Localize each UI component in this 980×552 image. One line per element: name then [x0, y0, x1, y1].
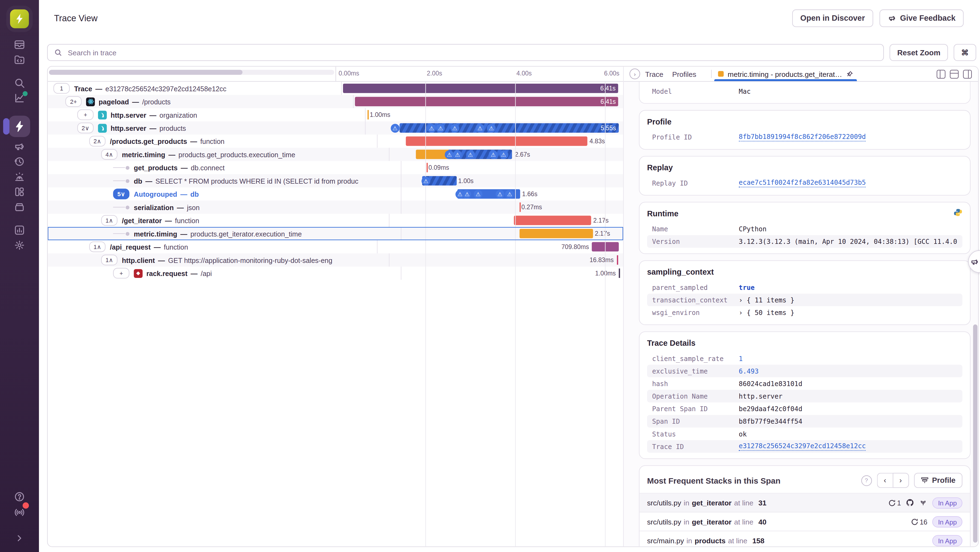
- warning-icon[interactable]: ⚠: [466, 150, 475, 159]
- span-tick[interactable]: [426, 163, 428, 172]
- span-expand-badge[interactable]: +: [77, 110, 94, 120]
- sentry-logo[interactable]: [10, 10, 29, 28]
- releases-icon[interactable]: [9, 154, 30, 169]
- span-row-http-server-products[interactable]: 2∨ http.server—products 5.55s ⚠⚠⚠⚠⚠⚠: [48, 121, 623, 134]
- span-bar[interactable]: [514, 216, 591, 225]
- stack-frame-row[interactable]: src/utils.pyinget_iteratorat line40 16 I…: [640, 512, 970, 531]
- span-row-metric-timing-get-iterator[interactable]: metric.timing—products.get_iterator.exec…: [48, 227, 623, 240]
- sidebar-collapse-icon[interactable]: [9, 531, 30, 546]
- span-children-badge[interactable]: 2∨: [77, 123, 94, 133]
- span-row-pageload[interactable]: 2+ pageload—/products 6.41s: [48, 95, 623, 108]
- span-row-get-iterator[interactable]: 1∧ /get_iterator—function 2.17s: [48, 214, 623, 227]
- warning-icon[interactable]: ⚠: [450, 123, 459, 132]
- stack-frame-row[interactable]: src/utils.pyinget_iteratorat line31 1 In…: [640, 494, 970, 512]
- warning-icon[interactable]: ⚠: [495, 190, 504, 198]
- discover-icon[interactable]: [9, 199, 30, 214]
- stats-icon[interactable]: [9, 223, 30, 238]
- prev-stack-button[interactable]: ‹: [877, 473, 892, 488]
- span-bar[interactable]: [519, 229, 593, 238]
- panel-scrollbar-thumb[interactable]: [973, 324, 978, 543]
- replay-id-link[interactable]: ecae7c51f0024f2fa82e6314045d73b5: [739, 179, 866, 187]
- span-children-badge[interactable]: 2+: [65, 96, 82, 107]
- kv-row[interactable]: wsgi_environ› { 50 items }: [647, 306, 962, 319]
- span-bar[interactable]: [592, 242, 619, 252]
- span-children-badge[interactable]: 1∧: [89, 241, 106, 252]
- tab-trace[interactable]: Trace: [645, 70, 663, 78]
- layout-sidebar-icon[interactable]: [963, 70, 972, 78]
- reset-zoom-button[interactable]: Reset Zoom: [889, 44, 948, 61]
- kv-row: Profile ID8fb7bb1891994f8c862f206e872200…: [647, 131, 962, 143]
- trace-workspace: 0.00ms 2.00s 4.00s 6.00s 1 Trace—e31278c…: [47, 66, 978, 547]
- pin-tab-icon[interactable]: [846, 70, 853, 77]
- span-row-serialization[interactable]: serialization—json 0.27ms: [48, 201, 623, 214]
- tree-horizontal-scrollbar[interactable]: [48, 67, 336, 81]
- feedback-nav-icon[interactable]: [9, 139, 30, 154]
- open-profile-button[interactable]: Profile: [914, 473, 962, 488]
- search-box[interactable]: [47, 44, 884, 61]
- python-icon: [954, 208, 962, 217]
- panel-scrollbar[interactable]: [973, 82, 978, 545]
- insights-icon[interactable]: [9, 91, 30, 105]
- kv-row[interactable]: transaction_context› { 11 items }: [647, 294, 962, 306]
- tab-profiles[interactable]: Profiles: [672, 70, 696, 78]
- span-row-http-client[interactable]: 1∧ http.client—GET https://application-m…: [48, 254, 623, 266]
- span-tick[interactable]: [368, 110, 369, 120]
- span-children-badge[interactable]: 4∧: [101, 149, 118, 160]
- warning-icon[interactable]: ⚠: [499, 150, 508, 159]
- give-feedback-button[interactable]: Give Feedback: [879, 10, 964, 27]
- autogroup-badge[interactable]: 5∨: [113, 188, 129, 199]
- span-children-badge[interactable]: 1: [53, 83, 70, 94]
- dashboards-icon[interactable]: [9, 184, 30, 199]
- details-scroll-area[interactable]: ModelMac Profile Profile ID8fb7bb1891994…: [624, 82, 978, 546]
- seer-icon[interactable]: [919, 499, 928, 507]
- scrollbar-thumb[interactable]: [49, 70, 243, 75]
- help-icon[interactable]: [9, 489, 30, 504]
- span-bar[interactable]: [406, 137, 587, 146]
- span-row-http-server-organization[interactable]: + http.server—organization 1.00ms: [48, 108, 623, 121]
- stacks-help-icon[interactable]: ?: [861, 475, 872, 485]
- warning-icon[interactable]: ⚠: [476, 123, 484, 132]
- span-row-db-connect[interactable]: get_products—db.connect 0.09ms: [48, 161, 623, 174]
- layout-rows-icon[interactable]: [950, 70, 958, 78]
- profile-id-link[interactable]: 8fb7bb1891994f8c862f206e8722009d: [739, 133, 866, 141]
- span-row-db-select[interactable]: db—SELECT * FROM products WHERE id IN (S…: [48, 174, 623, 187]
- whats-new-icon[interactable]: [9, 504, 30, 519]
- span-row-autogrouped-db[interactable]: 5∨ Autogrouped—db ⚠⚠⚠⚠⚠ 1.66s: [48, 187, 623, 201]
- span-children-badge[interactable]: 1∧: [101, 255, 118, 265]
- trace-id-link[interactable]: e31278c256524c3297e2cd12458e12cc: [739, 442, 866, 451]
- projects-icon[interactable]: [9, 52, 30, 67]
- performance-icon[interactable]: [9, 116, 30, 137]
- issues-icon[interactable]: [9, 37, 30, 52]
- collapse-panel-icon[interactable]: ›: [629, 69, 640, 79]
- span-tick[interactable]: [619, 268, 620, 278]
- settings-icon[interactable]: [9, 238, 30, 252]
- span-children-badge[interactable]: 2∧: [89, 136, 106, 146]
- open-in-discover-button[interactable]: Open in Discover: [792, 10, 873, 27]
- page-title: Trace View: [54, 13, 97, 23]
- span-row-api-request[interactable]: 1∧ /api_request—function 709.80ms: [48, 240, 623, 254]
- span-duration: 2.17s: [595, 230, 610, 236]
- warning-icon[interactable]: ⚠: [427, 123, 436, 132]
- stack-frame-row[interactable]: src/main.pyinproductsat line158 In App: [640, 531, 970, 546]
- warning-icon[interactable]: ⚠: [422, 176, 430, 185]
- warning-icon[interactable]: ⚠: [391, 123, 399, 132]
- span-row-rack-request[interactable]: + ◆ rack.request—/api 1.00ms: [48, 266, 623, 279]
- span-bar[interactable]: 6.41s: [343, 84, 618, 93]
- span-children-badge[interactable]: 1∧: [101, 215, 118, 226]
- span-expand-badge[interactable]: +: [113, 268, 129, 278]
- layout-columns-icon[interactable]: [937, 70, 945, 78]
- span-row-products-get-products[interactable]: 2∧ /products.get_products—function 4.83s: [48, 135, 623, 148]
- shortcuts-button[interactable]: ⌘: [954, 44, 976, 61]
- span-tick[interactable]: [520, 203, 521, 212]
- span-tick[interactable]: [617, 255, 618, 265]
- span-row-metric-timing-get-products[interactable]: 4∧ metric.timing—products.get_products.e…: [48, 148, 623, 161]
- github-icon[interactable]: [906, 499, 914, 507]
- tab-span-details[interactable]: metric.timing - products.get_iterat…: [718, 67, 853, 81]
- search-input[interactable]: [67, 48, 877, 57]
- next-stack-button[interactable]: ›: [892, 473, 909, 488]
- span-bar[interactable]: 6.41s: [355, 97, 618, 106]
- alerts-icon[interactable]: [9, 169, 30, 184]
- span-row-trace[interactable]: 1 Trace—e31278c256524c3297e2cd12458e12cc…: [48, 82, 623, 95]
- search-nav-icon[interactable]: [9, 75, 30, 91]
- span-desc: db.connect: [191, 164, 224, 171]
